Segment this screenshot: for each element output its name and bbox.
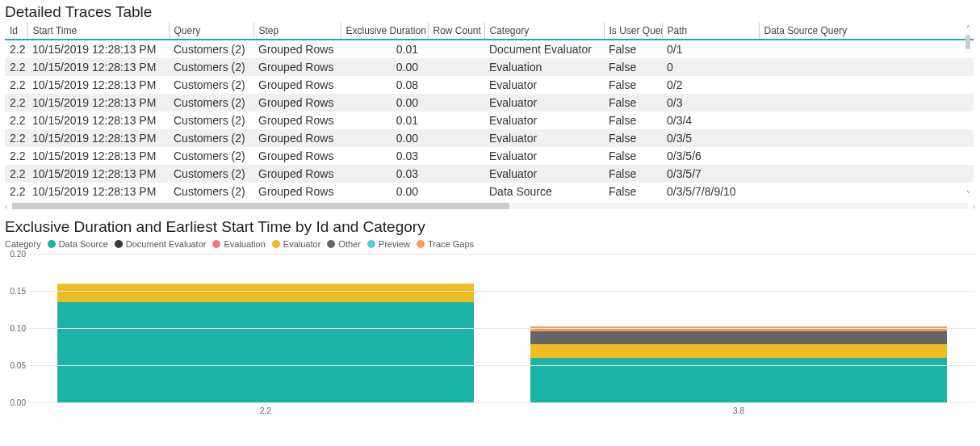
legend-item[interactable]: Evaluator: [272, 239, 320, 249]
scroll-thumb[interactable]: [965, 35, 970, 49]
scroll-down-icon[interactable]: ˅: [966, 190, 970, 199]
table-row[interactable]: 2.210/15/2019 12:28:13 PMCustomers (2)Gr…: [5, 58, 974, 76]
legend-swatch-icon: [367, 240, 375, 248]
cell-category: Evaluator: [484, 129, 604, 147]
col-header-category[interactable]: Category: [484, 23, 604, 40]
legend-label: Document Evaluator: [126, 239, 207, 249]
scroll-right-icon[interactable]: ›: [973, 202, 975, 211]
y-tick: 0.20: [10, 250, 26, 259]
legend-label: Data Source: [59, 239, 108, 249]
table-row[interactable]: 2.210/15/2019 12:28:13 PMCustomers (2)Gr…: [5, 94, 974, 112]
cell-exclusive-duration: 0.03: [341, 165, 428, 183]
cell-category: Evaluation: [484, 58, 604, 76]
cell-step: Grouped Rows: [253, 40, 341, 58]
legend-item[interactable]: Data Source: [48, 239, 108, 249]
col-header-is-user-query[interactable]: Is User Query: [604, 23, 662, 40]
table-row[interactable]: 2.210/15/2019 12:28:13 PMCustomers (2)Gr…: [5, 147, 974, 165]
cell-path: 0/1: [662, 40, 759, 58]
cell-step: Grouped Rows: [253, 76, 341, 94]
x-tick: 3.8: [502, 406, 975, 415]
legend-swatch-icon: [115, 240, 123, 248]
table-row[interactable]: 2.210/15/2019 12:28:13 PMCustomers (2)Gr…: [5, 112, 974, 129]
cell-start-time: 10/15/2019 12:28:13 PM: [27, 183, 169, 200]
cell-path: 0/3/5/7: [662, 165, 759, 183]
cell-exclusive-duration: 0.00: [341, 183, 428, 200]
cell-query: Customers (2): [169, 183, 253, 200]
cell-data-source-query: [759, 58, 974, 76]
table-row[interactable]: 2.210/15/2019 12:28:13 PMCustomers (2)Gr…: [5, 165, 974, 183]
legend-label: Trace Gaps: [428, 239, 474, 249]
stacked-bar[interactable]: [57, 284, 474, 402]
gridline: [29, 291, 975, 292]
table-row[interactable]: 2.210/15/2019 12:28:13 PMCustomers (2)Gr…: [5, 76, 974, 94]
traces-table-wrap: Id Start Time Query Step Exclusive Durat…: [5, 23, 974, 200]
legend-swatch-icon: [327, 240, 335, 248]
y-tick: 0.15: [10, 287, 26, 296]
legend-item[interactable]: Preview: [367, 239, 410, 249]
cell-data-source-query: [759, 129, 974, 147]
legend-swatch-icon: [272, 240, 280, 248]
col-header-id[interactable]: Id: [5, 23, 27, 40]
table-row[interactable]: 2.210/15/2019 12:28:13 PMCustomers (2)Gr…: [5, 129, 974, 147]
cell-exclusive-duration: 0.00: [341, 94, 428, 112]
cell-is-user-query: False: [604, 76, 662, 94]
legend-label: Other: [338, 239, 361, 249]
gridline: [29, 254, 975, 255]
gridline: [29, 402, 975, 403]
traces-table[interactable]: Id Start Time Query Step Exclusive Durat…: [5, 23, 974, 200]
hscroll-thumb[interactable]: [12, 203, 509, 209]
cell-category: Evaluator: [484, 165, 604, 183]
cell-id: 2.2: [5, 147, 27, 165]
col-header-start-time[interactable]: Start Time: [27, 23, 169, 40]
legend-item[interactable]: Document Evaluator: [115, 239, 207, 249]
vertical-scrollbar[interactable]: ˄ ˅: [962, 23, 974, 200]
bar-segment[interactable]: [530, 344, 947, 358]
bar-segment[interactable]: [57, 302, 474, 402]
cell-query: Customers (2): [169, 112, 253, 129]
cell-data-source-query: [759, 76, 974, 94]
y-tick: 0.00: [10, 398, 26, 407]
col-header-step[interactable]: Step: [253, 23, 341, 40]
legend-item[interactable]: Evaluation: [212, 239, 265, 249]
bar-segment[interactable]: [530, 331, 947, 345]
table-row[interactable]: 2.210/15/2019 12:28:13 PMCustomers (2)Gr…: [5, 40, 974, 58]
cell-id: 2.2: [5, 165, 27, 183]
cell-id: 2.2: [5, 129, 27, 147]
cell-start-time: 10/15/2019 12:28:13 PM: [27, 112, 169, 129]
bar-segment[interactable]: [57, 284, 474, 302]
scroll-up-icon[interactable]: ˄: [966, 24, 970, 33]
cell-row-count: [428, 58, 484, 76]
col-header-row-count[interactable]: Row Count: [428, 23, 484, 40]
cell-start-time: 10/15/2019 12:28:13 PM: [27, 94, 169, 112]
table-row[interactable]: 2.210/15/2019 12:28:13 PMCustomers (2)Gr…: [5, 183, 974, 200]
legend-swatch-icon: [212, 240, 220, 248]
chart-area[interactable]: 0.000.050.100.150.20 2.23.8: [5, 254, 975, 415]
cell-path: 0/2: [662, 76, 759, 94]
col-header-data-source-query[interactable]: Data Source Query: [759, 23, 974, 40]
cell-row-count: [428, 94, 484, 112]
hscroll-track[interactable]: [12, 203, 967, 209]
table-header-row[interactable]: Id Start Time Query Step Exclusive Durat…: [5, 23, 974, 40]
cell-is-user-query: False: [604, 94, 662, 112]
legend-item[interactable]: Trace Gaps: [417, 239, 474, 249]
y-tick: 0.10: [10, 324, 26, 333]
legend-item[interactable]: Other: [327, 239, 361, 249]
cell-id: 2.2: [5, 58, 27, 76]
scroll-left-icon[interactable]: ‹: [5, 202, 7, 211]
cell-start-time: 10/15/2019 12:28:13 PM: [27, 147, 169, 165]
col-header-query[interactable]: Query: [169, 23, 253, 40]
cell-path: 0/3/5/7/8/9/10: [662, 183, 759, 200]
cell-path: 0/3/5: [662, 129, 759, 147]
chart-plot[interactable]: 2.23.8: [29, 254, 975, 402]
col-header-path[interactable]: Path: [662, 23, 759, 40]
cell-id: 2.2: [5, 112, 27, 129]
cell-path: 0/3: [662, 94, 759, 112]
cell-data-source-query: [759, 183, 974, 200]
legend-swatch-icon: [48, 240, 56, 248]
col-header-exclusive-duration[interactable]: Exclusive Duration (%): [341, 23, 428, 40]
legend-label: Preview: [379, 239, 410, 249]
cell-is-user-query: False: [604, 129, 662, 147]
horizontal-scrollbar[interactable]: ‹ ›: [5, 200, 975, 212]
cell-id: 2.2: [5, 183, 27, 200]
cell-is-user-query: False: [604, 147, 662, 165]
